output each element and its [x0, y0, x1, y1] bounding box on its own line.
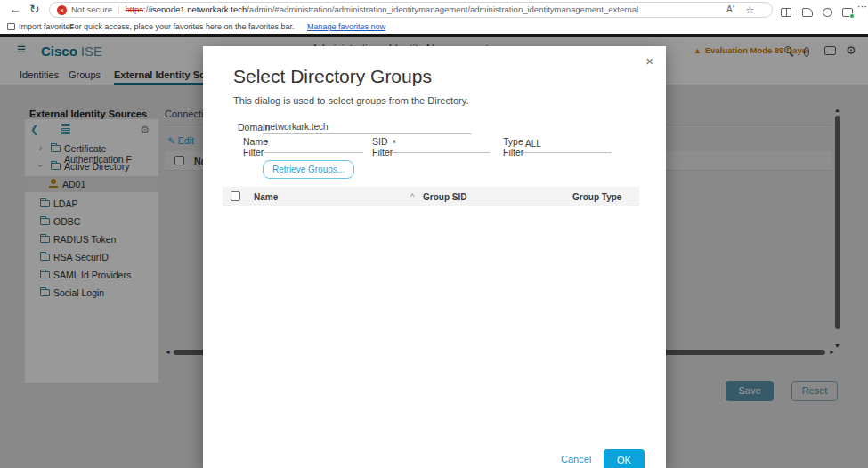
column-group-sid[interactable]: Group SID [423, 192, 466, 202]
not-secure-label[interactable]: Not secure [71, 4, 112, 14]
split-screen-icon[interactable] [781, 4, 791, 20]
not-secure-icon: × [57, 5, 67, 15]
type-filter-select[interactable]: ALL [525, 139, 541, 149]
extensions-icon[interactable] [823, 4, 832, 20]
collections-icon[interactable] [802, 4, 813, 20]
url-host: isenode1.networkark.tech [150, 4, 247, 14]
favorites-bar: Import favorites | For quick access, pla… [0, 20, 868, 34]
url-scheme: https [125, 4, 143, 14]
retrieve-groups-button[interactable]: Retrieve Groups... [263, 160, 354, 179]
column-group-type[interactable]: Group Type [572, 192, 621, 202]
ok-button[interactable]: OK [604, 449, 645, 468]
close-icon[interactable]: × [645, 53, 653, 69]
cancel-button[interactable]: Cancel [561, 454, 591, 464]
refresh-icon[interactable]: ↻ [29, 2, 40, 16]
import-favorites-button[interactable]: Import favorites [7, 22, 74, 31]
back-icon[interactable]: ← [9, 2, 21, 16]
address-bar[interactable]: × Not secure|https://isenode1.networkark… [49, 2, 773, 18]
dialog-subtitle: This dialog is used to select groups fro… [233, 95, 469, 106]
manage-favorites-link[interactable]: Manage favorites now [307, 22, 385, 31]
dialog-title: Select Directory Groups [233, 66, 432, 87]
browser-menu-icon[interactable]: ⋯ [857, 1, 867, 12]
ise-page: ≡ CiscoISE Administration · Identity Man… [0, 34, 868, 468]
name-filter-input[interactable]: * [265, 139, 269, 149]
read-aloud-icon[interactable]: Aʻ [726, 4, 734, 14]
url-separator: :// [143, 4, 150, 14]
sort-ascending-icon[interactable]: ^ [410, 192, 414, 201]
domain-value: networkark.tech [265, 122, 329, 132]
column-name[interactable]: Name [254, 192, 278, 202]
browser-chrome: ← ↻ × Not secure|https://isenode1.networ… [0, 0, 868, 34]
url-path: /admin/#administration/administration_id… [247, 4, 638, 14]
type-filter-label: Type Filter [503, 136, 528, 157]
favorites-hint: For quick access, place your favorites h… [69, 22, 295, 31]
favorite-star-icon[interactable]: ☆ [745, 4, 754, 16]
browser-essentials-icon[interactable] [842, 4, 853, 20]
sid-filter-input[interactable]: * [393, 139, 396, 149]
select-directory-groups-dialog: × Select Directory Groups This dialog is… [203, 46, 666, 468]
import-favorites-icon [7, 23, 15, 30]
groups-select-all-checkbox[interactable] [231, 191, 240, 201]
url-text[interactable]: Not secure|https://isenode1.networkark.t… [71, 4, 638, 14]
groups-table-header: Name ^ Group SID Group Type [223, 187, 639, 206]
